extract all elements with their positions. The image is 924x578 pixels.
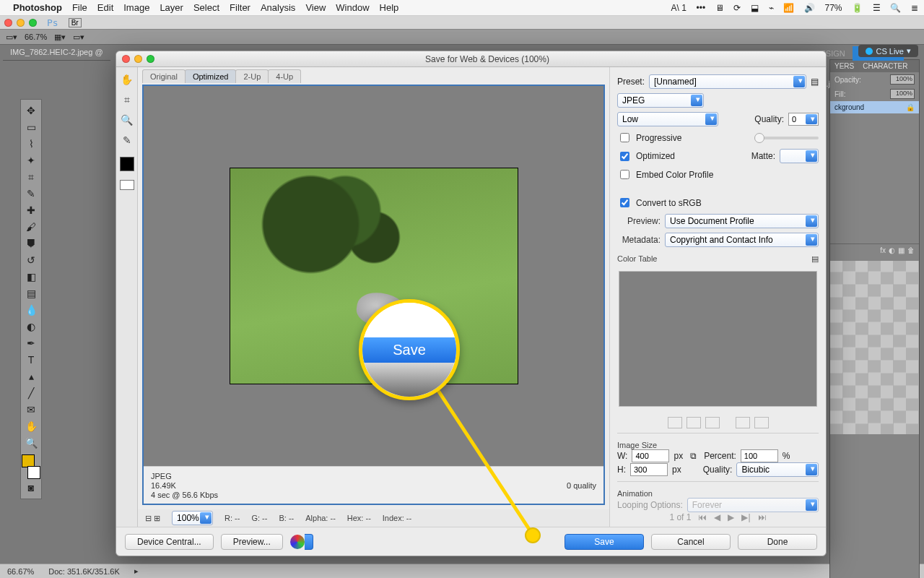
tab-original[interactable]: Original — [142, 69, 186, 83]
menu-image[interactable]: Image — [123, 2, 149, 13]
eyedropper-tool-icon[interactable]: ✎ — [119, 132, 135, 148]
color-table[interactable] — [619, 271, 817, 407]
quality-input[interactable] — [788, 113, 819, 126]
link-wh-icon[interactable]: ⧉ — [690, 451, 697, 461]
color-table-menu-icon[interactable]: ▤ — [811, 254, 819, 264]
background-color-swatch[interactable] — [27, 466, 40, 479]
window-controls[interactable] — [4, 19, 37, 27]
dialog-close-icon[interactable] — [122, 55, 130, 63]
menu-help[interactable]: Help — [380, 2, 399, 13]
menu-select[interactable]: Select — [193, 2, 219, 13]
path-select-tool-icon[interactable]: ▴ — [23, 368, 39, 384]
lasso-tool-icon[interactable]: ⌇ — [23, 136, 39, 152]
hand-tool-icon[interactable]: ✋ — [23, 418, 39, 434]
menu-view[interactable]: View — [305, 2, 326, 13]
preview-zoom-select[interactable]: 100% — [172, 511, 213, 525]
fx-icon[interactable]: fx — [880, 246, 886, 254]
preview-profile-select[interactable]: Use Document Profile — [665, 214, 819, 228]
brush-tool-icon[interactable]: 🖌 — [23, 219, 39, 235]
menu-file[interactable]: File — [72, 2, 87, 13]
layer-row[interactable]: ckground 🔒 — [830, 101, 919, 113]
notification-center-icon[interactable]: ≣ — [911, 3, 918, 13]
adobe-icon[interactable]: A\ 1 — [671, 3, 687, 13]
healing-tool-icon[interactable]: ✚ — [23, 202, 39, 218]
quality-preset-select[interactable]: Low — [617, 112, 718, 126]
zoom-out-in-icon[interactable]: ⊟ ⊞ — [145, 514, 160, 523]
dialog-min-icon[interactable] — [134, 55, 142, 63]
battery-percent[interactable]: 77% — [824, 3, 842, 13]
spotlight-icon[interactable]: 🔍 — [890, 3, 901, 13]
percent-input[interactable] — [741, 449, 778, 462]
device-central-button[interactable]: Device Central... — [125, 534, 214, 550]
minimize-window-icon[interactable] — [17, 19, 25, 27]
tab-optimized[interactable]: Optimized — [185, 69, 237, 83]
dialog-zoom-icon[interactable] — [147, 55, 154, 63]
line-tool-icon[interactable]: ╱ — [23, 385, 39, 401]
zoom-level-display[interactable]: 66.7% — [25, 33, 47, 41]
ct-btn-1[interactable] — [668, 417, 682, 428]
battery-icon[interactable]: 🔋 — [852, 3, 863, 13]
zoom-window-icon[interactable] — [29, 19, 37, 27]
close-window-icon[interactable] — [4, 19, 12, 27]
embed-profile-checkbox[interactable] — [620, 170, 629, 179]
menu-layer[interactable]: Layer — [160, 2, 183, 13]
blur-tool-icon[interactable]: 💧 — [23, 302, 39, 318]
type-tool-icon[interactable]: T — [23, 352, 39, 368]
display-icon[interactable]: 🖥 — [715, 3, 724, 13]
bridge-icon[interactable]: Br — [69, 18, 82, 27]
convert-srgb-checkbox[interactable] — [620, 198, 629, 207]
cancel-button[interactable]: Cancel — [651, 534, 731, 550]
save-button[interactable]: Save — [565, 534, 644, 550]
stamp-tool-icon[interactable]: ⛊ — [23, 236, 39, 251]
toggle-slices-visibility-icon[interactable] — [120, 180, 134, 190]
metadata-select[interactable]: Copyright and Contact Info — [665, 233, 819, 247]
opacity-value[interactable]: 100% — [890, 74, 915, 85]
overflow-icon[interactable]: ••• — [696, 3, 705, 13]
tab-layers[interactable]: YERS — [830, 60, 858, 72]
gradient-tool-icon[interactable]: ▤ — [23, 285, 39, 301]
zoom-tool-icon[interactable]: 🔍 — [119, 112, 135, 128]
resample-quality-select[interactable]: Bicubic — [736, 462, 819, 477]
optimized-checkbox[interactable] — [620, 152, 629, 161]
trash-icon[interactable]: 🗑 — [907, 246, 915, 254]
slice-select-tool-icon[interactable]: ⌗ — [119, 92, 135, 108]
eyedropper-color-swatch[interactable] — [120, 157, 134, 171]
height-input[interactable] — [630, 463, 668, 476]
progressive-checkbox[interactable] — [620, 133, 629, 142]
newlayer-icon[interactable]: ▦ — [898, 246, 905, 254]
menu-analysis[interactable]: Analysis — [261, 2, 295, 13]
eyedropper-tool-icon[interactable]: ✎ — [23, 186, 39, 202]
notes-tool-icon[interactable]: ✉ — [23, 402, 39, 418]
preview-canvas[interactable] — [144, 86, 603, 466]
status-doc[interactable]: Doc: 351.6K/351.6K — [48, 567, 119, 576]
menu-window[interactable]: Window — [336, 2, 369, 13]
zoom-tool-icon[interactable]: 🔍 — [23, 435, 39, 451]
sync-icon[interactable]: ⟳ — [733, 3, 741, 13]
dialog-window-controls[interactable] — [122, 55, 154, 63]
status-zoom[interactable]: 66.67% — [7, 567, 34, 576]
quickmask-icon[interactable]: ◙ — [23, 480, 39, 496]
move-tool-icon[interactable]: ✥ — [23, 103, 39, 118]
doc-tab-left[interactable]: IMG_7862.HEIC-2.jpeg @ — [3, 46, 110, 61]
hand-tool-icon[interactable]: ✋ — [119, 72, 135, 87]
width-input[interactable] — [632, 449, 669, 462]
marquee-tool-icon[interactable]: ▭ — [23, 119, 39, 135]
color-swatches[interactable] — [22, 454, 40, 479]
dodge-tool-icon[interactable]: ◐ — [23, 319, 39, 335]
dropbox-icon[interactable]: ⬓ — [751, 3, 759, 13]
bluetooth-icon[interactable]: ⌁ — [769, 3, 774, 13]
status-menu-icon[interactable]: ▸ — [134, 566, 139, 576]
history-brush-tool-icon[interactable]: ↺ — [23, 252, 39, 268]
ct-btn-5[interactable] — [754, 417, 769, 428]
preset-select[interactable]: [Unnamed] — [649, 74, 806, 89]
quality-slider[interactable] — [754, 137, 819, 139]
ct-btn-4[interactable] — [736, 417, 750, 428]
ct-btn-3[interactable] — [705, 417, 720, 428]
browser-preview-icon[interactable] — [290, 534, 313, 550]
screen-mode-icon[interactable]: ▭▾ — [73, 33, 84, 42]
arrange-docs-icon[interactable]: ▦▾ — [54, 33, 66, 42]
tab-4-up[interactable]: 4-Up — [268, 69, 301, 83]
cs-live-button[interactable]: CS Live ▾ — [858, 45, 918, 57]
tab-2-up[interactable]: 2-Up — [235, 69, 269, 83]
mb-icon[interactable]: ▭▾ — [6, 33, 17, 42]
